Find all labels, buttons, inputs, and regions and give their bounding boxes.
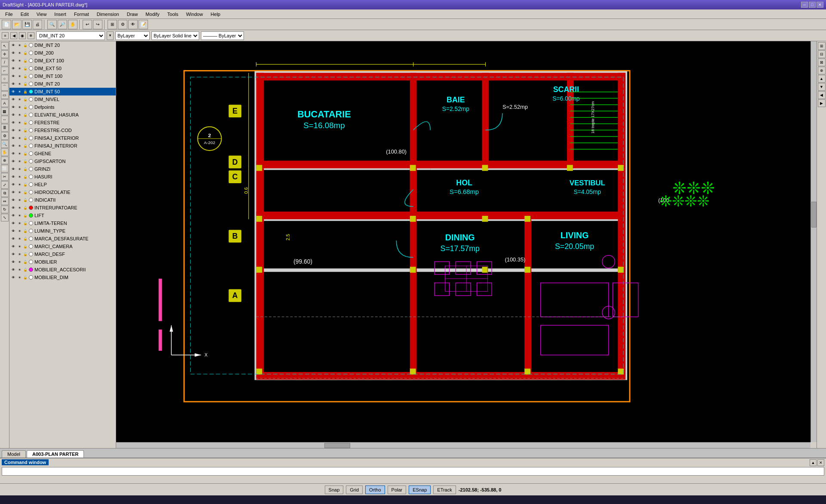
cmd-close-button[interactable]: ✕: [817, 459, 824, 466]
lt-text[interactable]: A: [1, 99, 9, 107]
menu-view[interactable]: View: [33, 11, 50, 18]
menu-help[interactable]: Help: [207, 11, 224, 18]
lt-block[interactable]: ⬜: [1, 165, 9, 172]
layer-freeze-icon[interactable]: ❄: [28, 32, 34, 39]
lt-move[interactable]: ✛: [1, 50, 9, 58]
minimize-button[interactable]: ─: [801, 2, 808, 8]
drawing-canvas[interactable]: BUCATARIE S=16.08mp BAIE S=2.52mp SCARII…: [116, 41, 817, 448]
lt-polyline[interactable]: ⌐: [1, 67, 9, 74]
layer-row[interactable]: 👁 ☀ 🔓 Defpoints: [9, 103, 116, 111]
rt-zoom-extent[interactable]: ⊕: [818, 67, 826, 74]
layer-row[interactable]: 👁 ☀ 🔓 HELP: [9, 181, 116, 188]
rt-btn2[interactable]: ⊟: [818, 50, 826, 58]
layer-row[interactable]: 👁 ☀ 🔓 GRINZI: [9, 165, 116, 173]
rt-pan-left[interactable]: ◀: [818, 91, 826, 99]
lt-pan[interactable]: ✋: [1, 148, 9, 156]
layer-row[interactable]: 👁 ☀ 🔓 DIM_200: [9, 49, 116, 57]
layer-row[interactable]: 👁 ☀ 🔓 LUMINI_TYPE: [9, 227, 116, 235]
tab-model[interactable]: Model: [2, 450, 26, 458]
rt-pan-up[interactable]: ▲: [818, 75, 826, 83]
lt-select[interactable]: ↖: [1, 42, 9, 50]
hscroll-thumb[interactable]: [324, 443, 350, 448]
layer-row[interactable]: 👁 ☀ 🔓 DIM_INT 50: [9, 88, 116, 95]
layer-row[interactable]: 👁 ☀ 🔓 GHENE: [9, 150, 116, 157]
menu-edit[interactable]: Edit: [17, 11, 32, 18]
layer-row[interactable]: 👁 ☀ 🔓 HIDROIZOLATIE: [9, 188, 116, 196]
color-select[interactable]: ByLayer: [115, 31, 150, 40]
menu-draw[interactable]: Draw: [123, 11, 142, 18]
horizontal-scrollbar[interactable]: [116, 442, 811, 448]
rt-btn1[interactable]: ⊞: [818, 42, 826, 50]
polar-button[interactable]: Polar: [388, 486, 407, 494]
layer-dropdown-arrow[interactable]: ▼: [107, 31, 114, 40]
rt-pan-right[interactable]: ▶: [818, 99, 826, 107]
lt-properties[interactable]: ⚙: [1, 132, 9, 140]
lt-copy[interactable]: ⧉: [1, 189, 9, 197]
maximize-button[interactable]: □: [809, 2, 816, 8]
zoom-button[interactable]: 🔍: [47, 20, 57, 29]
zoom-in-button[interactable]: 🔎: [58, 20, 67, 29]
command-input[interactable]: [2, 467, 824, 476]
layer-row[interactable]: 👁 ☀ 🔓 LIFT: [9, 212, 116, 219]
properties-button[interactable]: ⚙: [118, 20, 127, 29]
new-button[interactable]: 📄: [2, 20, 11, 29]
layer-row[interactable]: 👁 ☀ 🔓 MARCI_CAMERA: [9, 243, 116, 250]
save-button[interactable]: 💾: [22, 20, 32, 29]
lt-zoom[interactable]: 🔍: [1, 140, 9, 148]
layer-row[interactable]: 👁 ☀ 🔓 DIM_INT 100: [9, 72, 116, 80]
lt-rectangle[interactable]: ▭: [1, 91, 9, 99]
layer-row[interactable]: 👁 ☀ 🔓 MOBILIER: [9, 258, 116, 266]
layer-row[interactable]: 👁 ☀ 🔓 DIM_EXT 50: [9, 65, 116, 72]
menu-tools[interactable]: Tools: [164, 11, 182, 18]
lt-arc[interactable]: ⌒: [1, 83, 9, 91]
layer-row[interactable]: 👁 ☀ 🔓 MARCA_DESFASURATE: [9, 235, 116, 243]
open-button[interactable]: 📂: [12, 20, 22, 29]
esnap-button[interactable]: ESnap: [409, 486, 431, 494]
layer-row[interactable]: 👁 ☀ 🔓 MOBILIER_DIM: [9, 274, 116, 281]
lt-dim[interactable]: ↔: [1, 116, 9, 123]
layer-row[interactable]: 👁 ☀ 🔓 FINISAJ_EXTERIOR: [9, 134, 116, 142]
lt-layer[interactable]: ≣: [1, 124, 9, 132]
lineweight-select[interactable]: ——— ByLayer: [201, 31, 244, 40]
close-button[interactable]: ✕: [817, 2, 823, 8]
layer-row[interactable]: 👁 ☀ 🔓 LIMITA-TEREN: [9, 219, 116, 227]
layer-select[interactable]: DIM_INT 20: [36, 31, 105, 40]
menu-window[interactable]: Window: [182, 11, 206, 18]
lt-hatch[interactable]: ▦: [1, 108, 9, 115]
menu-insert[interactable]: Insert: [51, 11, 70, 18]
rt-pan-down[interactable]: ▼: [818, 83, 826, 91]
menu-dimension[interactable]: Dimension: [93, 11, 123, 18]
layer-row[interactable]: 👁 ☀ 🔓 FERESTRE: [9, 119, 116, 126]
grid-button[interactable]: Grid: [346, 486, 363, 494]
layer-row[interactable]: 👁 ☀ 🔓 HASURI: [9, 173, 116, 181]
dscript-button[interactable]: 📝: [139, 20, 148, 29]
menu-modify[interactable]: Modify: [142, 11, 163, 18]
redo-button[interactable]: ↪: [93, 20, 102, 29]
layer-row[interactable]: 👁 ☀ 🔓 DIM_INT 20: [9, 80, 116, 88]
lt-rotate[interactable]: ↻: [1, 206, 9, 213]
lt-scale[interactable]: ⤡: [1, 214, 9, 221]
layer-row[interactable]: 👁 ☀ 🔓 GIPSCARTON: [9, 157, 116, 165]
layer-prev-icon[interactable]: ◀: [10, 32, 17, 39]
lt-extend[interactable]: ⤢: [1, 181, 9, 189]
linetype-select[interactable]: ByLayer Solid line: [151, 31, 199, 40]
tab-plan[interactable]: A003-PLAN PARTER: [27, 450, 84, 458]
undo-button[interactable]: ↩: [83, 20, 92, 29]
layer-manager-icon[interactable]: ≡: [2, 32, 9, 39]
layer-row[interactable]: 👁 ☀ 🔓 MARCI_DESF: [9, 250, 116, 258]
vscroll-thumb[interactable]: [811, 202, 817, 227]
etrack-button[interactable]: ETrack: [433, 486, 456, 494]
layer-row[interactable]: 👁 ☀ 🔓 INTRERUPATOARE: [9, 204, 116, 212]
dsview-button[interactable]: 👁: [128, 20, 138, 29]
snap-button[interactable]: Snap: [325, 486, 344, 494]
lt-mirror[interactable]: ⇔: [1, 197, 9, 205]
layer-isolate-icon[interactable]: ◉: [19, 32, 26, 39]
layer-row[interactable]: 👁 ☀ 🔓 FINISAJ_INTERIOR: [9, 142, 116, 150]
layer-row[interactable]: 👁 ☀ 🔓 FERESTRE-COD: [9, 126, 116, 134]
layer-row[interactable]: 👁 ☀ 🔓 DIM_NIVEL: [9, 95, 116, 103]
lt-circle[interactable]: ○: [1, 75, 9, 83]
layer-row[interactable]: 👁 ☀ 🔓 INDICATII: [9, 196, 116, 204]
layer-row[interactable]: 👁 ☀ 🔓 ELEVATIE_HASURA: [9, 111, 116, 119]
lt-trim[interactable]: ✂: [1, 173, 9, 181]
menu-format[interactable]: Format: [71, 11, 92, 18]
